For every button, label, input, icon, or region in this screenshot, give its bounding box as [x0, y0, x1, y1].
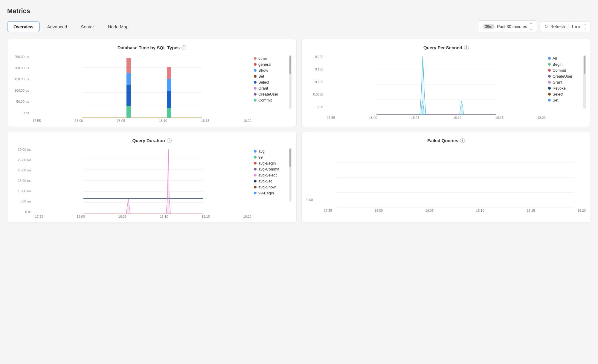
chart-query-duration: Query Duration i 30.00 ms 25.00 ms 20.00… — [7, 132, 297, 223]
x-axis-duration: 17:55 18:00 18:05 18:10 18:15 18:20 — [35, 215, 251, 218]
legend-dot — [254, 168, 257, 171]
chart-qps-title: Query Per Second i — [306, 45, 586, 50]
tab-advanced[interactable]: Advanced — [41, 21, 74, 32]
legend-item: avg-Set — [254, 179, 287, 183]
legend-dot — [254, 69, 257, 72]
refresh-label: Refresh — [550, 24, 565, 29]
charts-grid: Database Time by SQL Types i 250.00 μs 2… — [7, 39, 591, 223]
page-title: Metrics — [7, 7, 591, 15]
time-label: Past 30 minutes — [497, 24, 527, 29]
x-axis-db-time: 17:55 18:00 18:05 18:10 18:15 18:20 — [33, 119, 251, 122]
legend-dot — [254, 156, 257, 159]
legend-dot — [254, 93, 257, 96]
legend-item: Revoke — [548, 86, 581, 90]
toolbar-right: 30m Past 30 minutes ⌃⌄ ↻ Refresh 1 min ⌃… — [478, 20, 591, 33]
info-icon[interactable]: i — [460, 138, 465, 143]
chart-db-time-title: Database Time by SQL Types i — [12, 45, 292, 50]
legend-item: Begin — [548, 62, 581, 67]
svg-rect-13 — [167, 79, 171, 91]
legend-duration: avg 99 avg-Begin avg-Commit avg-Select — [254, 148, 287, 195]
chart-qps-area: 17:55 18:00 18:05 18:10 18:15 18:20 — [327, 55, 546, 119]
legend-dot — [548, 87, 551, 90]
info-icon[interactable]: i — [464, 45, 469, 50]
legend-item: CreateUser — [254, 92, 287, 96]
legend-item: other — [254, 56, 287, 61]
chart-failed-queries-title: Failed Queries i — [306, 138, 586, 143]
legend-dot — [254, 81, 257, 84]
legend-item: Show — [254, 68, 287, 73]
legend-dot — [254, 75, 257, 78]
chart-qps: Query Per Second i 0.200 0.150 0.100 0.0… — [301, 39, 591, 127]
legend-item: All — [548, 56, 581, 61]
tab-node-map[interactable]: Node Map — [102, 21, 135, 32]
legend-db-time: other general Show Set Select — [254, 55, 287, 102]
legend-dot — [548, 75, 551, 78]
divider — [568, 24, 568, 30]
legend-dot — [254, 99, 257, 102]
refresh-button[interactable]: ↻ Refresh 1 min ⌃⌄ — [540, 21, 591, 32]
svg-marker-24 — [460, 101, 464, 115]
legend-item: general — [254, 62, 287, 67]
legend-qps: All Begin Commit CreateUser Grant — [548, 55, 581, 102]
legend-dot — [254, 57, 257, 60]
legend-dot — [254, 192, 257, 194]
info-icon[interactable]: i — [167, 138, 172, 143]
scrollbar-qps[interactable] — [583, 55, 586, 109]
legend-item: Select — [254, 80, 287, 85]
svg-rect-8 — [126, 85, 131, 106]
legend-item: Set — [254, 74, 287, 79]
scrollbar-duration[interactable] — [289, 148, 292, 202]
chevron-interval-icon: ⌃⌄ — [584, 23, 586, 30]
chart-query-duration-title: Query Duration i — [12, 138, 292, 143]
legend-item: avg-Select — [254, 173, 287, 177]
y-axis-db-time: 250.00 μs 200.00 μs 150.00 μs 100.00 μs … — [12, 55, 30, 115]
tab-bar: Overview Advanced Server Node Map — [7, 21, 135, 32]
legend-item: avg-Show — [254, 185, 287, 189]
legend-dot — [548, 93, 551, 96]
legend-dot — [548, 69, 551, 72]
y-axis-qps: 0.200 0.150 0.100 0.0500 0.00 — [306, 55, 324, 109]
legend-dot — [254, 150, 257, 153]
legend-dot — [254, 63, 257, 66]
tab-server[interactable]: Server — [74, 21, 100, 32]
legend-item: avg — [254, 149, 287, 153]
chart-failed-queries: Failed Queries i 0.00 17:55 — [301, 132, 591, 223]
legend-item: Set — [548, 98, 581, 102]
legend-item: avg-Commit — [254, 167, 287, 171]
scrollbar-db-time[interactable] — [289, 55, 292, 109]
legend-dot — [254, 186, 257, 188]
scrollbar-thumb — [289, 149, 291, 167]
info-icon[interactable]: i — [181, 45, 186, 50]
legend-item: CreateUser — [548, 74, 581, 79]
refresh-icon: ↻ — [544, 24, 548, 29]
svg-rect-9 — [126, 73, 131, 85]
legend-item: Grant — [254, 86, 287, 90]
svg-rect-7 — [126, 106, 131, 118]
legend-item: 99-Begin — [254, 191, 287, 195]
chart-failed-area: 17:55 18:00 18:05 18:10 18:15 18:20 — [324, 148, 586, 212]
legend-dot — [254, 174, 257, 176]
legend-item: avg-Begin — [254, 161, 287, 165]
legend-item: Commit — [254, 98, 287, 102]
legend-dot — [548, 81, 551, 84]
chart-db-time: Database Time by SQL Types i 250.00 μs 2… — [7, 39, 297, 127]
legend-item: Select — [548, 92, 581, 96]
legend-item: Commit — [548, 68, 581, 73]
chart-duration-area: 17:55 18:00 18:05 18:10 18:15 18:20 — [35, 148, 251, 218]
chart-db-time-area: 17:55 18:00 18:05 18:10 18:15 18:20 — [33, 55, 251, 122]
time-selector[interactable]: 30m Past 30 minutes ⌃⌄ — [478, 20, 537, 33]
svg-rect-14 — [167, 67, 171, 79]
legend-item: Grant — [548, 80, 581, 85]
legend-dot — [254, 180, 257, 182]
scrollbar-thumb — [584, 56, 585, 74]
y-axis-duration: 30.00 ms 25.00 ms 20.00 ms 15.00 ms 10.0… — [12, 148, 33, 214]
time-badge: 30m — [483, 24, 495, 29]
x-axis-failed: 17:55 18:00 18:05 18:10 18:15 18:20 — [324, 209, 586, 212]
svg-rect-11 — [167, 108, 171, 118]
x-axis-qps: 17:55 18:00 18:05 18:10 18:15 18:20 — [327, 116, 546, 119]
scrollbar-thumb — [289, 56, 291, 74]
legend-dot — [548, 99, 551, 102]
chevron-down-icon: ⌃⌄ — [530, 22, 533, 31]
refresh-interval: 1 min — [571, 24, 582, 29]
tab-overview[interactable]: Overview — [7, 21, 40, 32]
